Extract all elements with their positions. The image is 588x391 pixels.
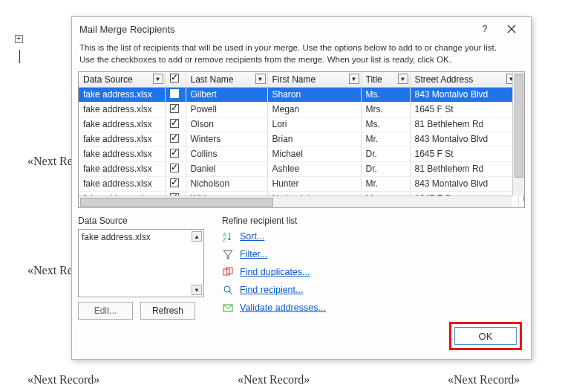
refine-panel: Refine recipient list AZ Sort... Filter.… bbox=[222, 216, 326, 320]
refine-validate[interactable]: Validate addresses... bbox=[222, 302, 326, 314]
find-recipient-link[interactable]: Find recipient... bbox=[240, 285, 303, 295]
row-checkbox[interactable] bbox=[170, 164, 179, 172]
col-header-first-name[interactable]: First Name▼ bbox=[267, 72, 361, 87]
refresh-button[interactable]: Refresh bbox=[140, 302, 195, 320]
data-source-listbox[interactable]: fake address.xlsx ▲ ▼ bbox=[78, 229, 204, 297]
anchor-handle[interactable] bbox=[15, 35, 23, 43]
cell-checkbox[interactable] bbox=[165, 102, 186, 117]
duplicates-icon bbox=[222, 266, 234, 278]
table-row[interactable]: fake address.xlsxPowellMeganMrs.1645 F S… bbox=[79, 102, 525, 117]
row-checkbox[interactable] bbox=[170, 178, 179, 187]
header-checkbox[interactable] bbox=[170, 74, 179, 83]
ok-highlight: OK bbox=[449, 322, 522, 350]
merge-field-next-record: «Next Record» bbox=[448, 373, 520, 387]
col-header-last-name[interactable]: Last Name▼ bbox=[186, 72, 267, 87]
dialog-titlebar: Mail Merge Recipients ? bbox=[72, 17, 531, 41]
cell-street: 81 Bethlehem Rd bbox=[410, 161, 518, 176]
recipients-grid: Data Source▼ Last Name▼ First Name▼ Titl… bbox=[78, 71, 525, 208]
find-duplicates-link[interactable]: Find duplicates... bbox=[240, 267, 310, 277]
chevron-down-icon[interactable]: ▼ bbox=[255, 74, 266, 84]
dialog-help-text: This is the list of recipients that will… bbox=[72, 41, 531, 70]
cell-last-name: Winters bbox=[186, 132, 267, 146]
cell-title: Mr. bbox=[361, 132, 410, 146]
table-row[interactable]: fake address.xlsxDanielAshleeDr.81 Bethl… bbox=[79, 161, 525, 176]
cell-street: 1645 F St bbox=[410, 102, 518, 117]
scroll-down-icon[interactable]: ▼ bbox=[192, 285, 202, 295]
horizontal-scrollbar[interactable] bbox=[79, 196, 512, 207]
svg-point-4 bbox=[224, 286, 230, 292]
close-button[interactable] bbox=[498, 19, 525, 39]
data-source-label: Data Source bbox=[78, 216, 204, 226]
cell-checkbox[interactable] bbox=[165, 176, 186, 191]
search-icon bbox=[222, 284, 234, 296]
svg-text:A: A bbox=[223, 232, 226, 237]
cell-last-name: Daniel bbox=[186, 161, 267, 176]
table-row[interactable]: fake address.xlsxCollinsMichaelDr.1645 F… bbox=[79, 146, 525, 161]
row-checkbox[interactable] bbox=[170, 134, 179, 143]
scroll-up-icon[interactable]: ▲ bbox=[192, 231, 202, 242]
chevron-down-icon[interactable]: ▼ bbox=[398, 74, 408, 84]
cell-title: Ms. bbox=[361, 117, 410, 132]
table-row[interactable]: fake address.xlsxOlsonLoriMs.81 Bethlehe… bbox=[79, 117, 525, 132]
vertical-scrollbar[interactable] bbox=[512, 72, 524, 196]
cell-data-source: fake address.xlsx bbox=[79, 117, 165, 132]
help-line-2: Use the checkboxes to add or remove reci… bbox=[79, 54, 523, 66]
validate-link[interactable]: Validate addresses... bbox=[240, 303, 326, 313]
edit-button[interactable]: Edit... bbox=[78, 302, 133, 320]
cell-last-name: Olson bbox=[186, 117, 267, 132]
cell-checkbox[interactable] bbox=[165, 132, 186, 146]
row-checkbox[interactable] bbox=[170, 89, 179, 98]
cell-last-name: Collins bbox=[186, 146, 267, 161]
refine-filter[interactable]: Filter... bbox=[222, 248, 326, 260]
row-checkbox[interactable] bbox=[170, 149, 179, 158]
cell-last-name: Nicholson bbox=[186, 176, 267, 191]
col-header-street[interactable]: Street Address▼ bbox=[410, 72, 518, 87]
filter-link[interactable]: Filter... bbox=[240, 249, 268, 259]
cell-title: Ms. bbox=[361, 87, 410, 102]
row-checkbox[interactable] bbox=[170, 119, 179, 128]
cell-data-source: fake address.xlsx bbox=[79, 132, 165, 146]
dialog-title: Mail Merge Recipients bbox=[79, 24, 471, 35]
cell-data-source: fake address.xlsx bbox=[79, 161, 165, 176]
filter-icon bbox=[222, 248, 234, 260]
table-row[interactable]: fake address.xlsxNicholsonHunterMr.843 M… bbox=[79, 176, 525, 191]
help-line-1: This is the list of recipients that will… bbox=[79, 42, 523, 54]
row-checkbox[interactable] bbox=[170, 104, 179, 113]
ok-button[interactable]: OK bbox=[454, 327, 517, 345]
help-button[interactable]: ? bbox=[471, 19, 498, 39]
cell-checkbox[interactable] bbox=[165, 161, 186, 176]
scrollbar-thumb[interactable] bbox=[514, 74, 523, 178]
chevron-down-icon[interactable]: ▼ bbox=[153, 74, 163, 84]
table-row[interactable]: fake address.xlsxGilbertSharonMs.843 Mon… bbox=[79, 87, 525, 102]
cell-last-name: Gilbert bbox=[186, 87, 267, 102]
cell-title: Dr. bbox=[361, 161, 410, 176]
refine-sort[interactable]: AZ Sort... bbox=[222, 230, 326, 242]
refine-find-recipient[interactable]: Find recipient... bbox=[222, 284, 326, 296]
col-header-checkbox[interactable] bbox=[165, 72, 186, 87]
sort-link[interactable]: Sort... bbox=[240, 231, 264, 242]
col-header-data-source[interactable]: Data Source▼ bbox=[79, 72, 165, 87]
cell-checkbox[interactable] bbox=[165, 146, 186, 161]
cell-title: Mrs. bbox=[361, 102, 410, 117]
data-source-item[interactable]: fake address.xlsx bbox=[82, 232, 200, 242]
cell-first-name: Lori bbox=[267, 117, 361, 132]
table-row[interactable]: fake address.xlsxWintersBrianMr.843 Mont… bbox=[79, 132, 525, 146]
cell-data-source: fake address.xlsx bbox=[79, 87, 165, 102]
scrollbar-thumb[interactable] bbox=[80, 198, 273, 207]
recipients-table: Data Source▼ Last Name▼ First Name▼ Titl… bbox=[79, 72, 525, 207]
close-icon bbox=[507, 25, 516, 33]
col-header-title[interactable]: Title▼ bbox=[361, 72, 410, 87]
cell-street: 843 Montalvo Blvd bbox=[410, 87, 518, 102]
cell-title: Mr. bbox=[361, 176, 410, 191]
cell-first-name: Brian bbox=[267, 132, 361, 146]
table-body: fake address.xlsxGilbertSharonMs.843 Mon… bbox=[79, 87, 525, 206]
cell-title: Dr. bbox=[361, 146, 410, 161]
chevron-down-icon[interactable]: ▼ bbox=[349, 74, 359, 84]
refine-find-duplicates[interactable]: Find duplicates... bbox=[222, 266, 326, 278]
cell-checkbox[interactable] bbox=[165, 117, 186, 132]
cell-data-source: fake address.xlsx bbox=[79, 146, 165, 161]
cell-street: 81 Bethlehem Rd bbox=[410, 117, 518, 132]
cell-street: 1645 F St bbox=[410, 146, 518, 161]
cell-checkbox[interactable] bbox=[165, 87, 186, 102]
merge-field-next-record: «Next Record» bbox=[238, 373, 310, 387]
